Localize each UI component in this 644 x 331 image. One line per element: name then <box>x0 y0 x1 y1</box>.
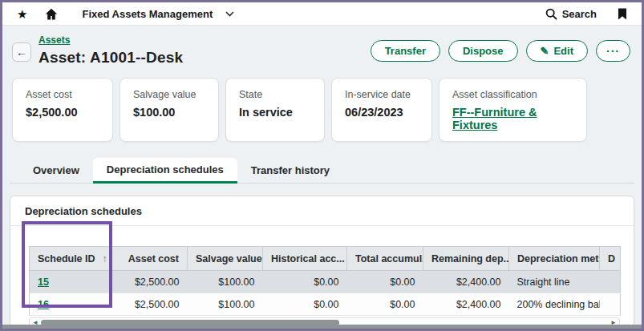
table-row: 16 $2,500.00 $100.00 $0.00 $0.00 $2,400.… <box>30 293 621 316</box>
back-arrow-icon: ← <box>16 46 27 59</box>
search-label: Search <box>562 8 597 20</box>
cell-historical: $0.00 <box>263 271 347 293</box>
card-salvage-value: Salvage value $100.00 <box>119 78 219 142</box>
card-value: In service <box>239 106 311 119</box>
edit-pencil-icon: ✎ <box>541 46 549 56</box>
column-header-historical[interactable]: Historical acc... <box>263 247 347 271</box>
transfer-button-label: Transfer <box>385 45 426 57</box>
summary-cards: Asset cost $2,500.00 Salvage value $100.… <box>12 78 632 142</box>
schedule-id-link[interactable]: 16 <box>38 299 49 310</box>
cell-remaining: $2,400.00 <box>423 293 509 316</box>
cell-remaining: $2,400.00 <box>423 271 509 293</box>
transfer-button[interactable]: Transfer <box>371 40 440 62</box>
edit-button-label: Edit <box>553 45 573 57</box>
topbar-right-group: Search <box>545 8 627 20</box>
page-header-left: ← Assets Asset: A1001--Desk <box>12 32 183 67</box>
card-label: Asset classification <box>452 89 573 100</box>
depreciation-schedules-panel: Depreciation schedules Schedule ID↑ Asse… <box>10 196 634 331</box>
card-value: $2,500.00 <box>26 106 99 119</box>
column-header-remaining[interactable]: Remaining dep... <box>423 247 509 271</box>
detail-tabs: Overview Depreciation schedules Transfer… <box>10 157 634 184</box>
search-icon <box>545 8 557 20</box>
page-bottom-scrollbar[interactable] <box>2 325 642 329</box>
card-label: State <box>239 89 311 100</box>
card-label: Salvage value <box>133 89 205 100</box>
cell-total-accumulated: $0.00 <box>347 271 423 293</box>
column-header-salvage-value[interactable]: Salvage value <box>188 247 263 271</box>
cell-schedule-id: 16 <box>30 293 110 316</box>
schedules-table-wrap: Schedule ID↑ Asset cost Salvage value Hi… <box>29 246 620 316</box>
table-row: 15 $2,500.00 $100.00 $0.00 $0.00 $2,400.… <box>30 271 621 293</box>
card-state: State In service <box>225 78 325 142</box>
card-in-service-date: In-service date 06/23/2023 <box>331 78 432 142</box>
star-glyph: ★ <box>17 8 27 20</box>
cell-total-accumulated: $0.00 <box>347 293 423 316</box>
column-header-asset-cost[interactable]: Asset cost <box>110 247 188 271</box>
card-value: $100.00 <box>133 106 205 119</box>
column-header-truncated[interactable]: D <box>600 247 621 271</box>
cell-depreciation-method: 200% declining balance <box>509 293 600 316</box>
app-window: ★ Fixed Assets Management Search <box>0 0 644 331</box>
ellipsis-icon: ··· <box>606 45 620 58</box>
top-navigation-bar: ★ Fixed Assets Management Search <box>2 2 642 26</box>
more-actions-button[interactable]: ··· <box>596 40 630 62</box>
schedules-table: Schedule ID↑ Asset cost Salvage value Hi… <box>29 246 621 316</box>
page-title: Asset: A1001--Desk <box>38 49 183 67</box>
cell-depreciation-method: Straight line <box>509 271 600 293</box>
cell-asset-cost: $2,500.00 <box>110 271 188 293</box>
card-label: In-service date <box>345 89 419 100</box>
back-button[interactable]: ← <box>12 42 31 62</box>
sort-ascending-icon: ↑ <box>103 253 107 264</box>
card-label: Asset cost <box>26 89 99 100</box>
page-header: ← Assets Asset: A1001--Desk Transfer Dis… <box>12 32 630 67</box>
dispose-button-label: Dispose <box>463 45 504 57</box>
cell-historical: $0.00 <box>263 293 347 316</box>
cell-salvage-value: $100.00 <box>188 293 263 316</box>
cell-truncated <box>600 271 621 293</box>
asset-classification-link[interactable]: FF--Furniture & Fixtures <box>452 106 573 131</box>
app-switcher[interactable]: Fixed Assets Management <box>82 8 234 20</box>
dispose-button[interactable]: Dispose <box>448 40 518 62</box>
title-block: Assets Asset: A1001--Desk <box>38 32 183 67</box>
column-header-total-accumulated[interactable]: Total accumul... <box>347 247 423 271</box>
tab-overview[interactable]: Overview <box>19 157 93 183</box>
cell-schedule-id: 15 <box>30 271 110 293</box>
edit-button[interactable]: ✎ Edit <box>526 40 588 62</box>
tab-transfer-history[interactable]: Transfer history <box>237 157 343 183</box>
card-asset-cost: Asset cost $2,500.00 <box>12 78 113 142</box>
breadcrumb-assets-link[interactable]: Assets <box>38 34 70 46</box>
card-asset-classification: Asset classification FF--Furniture & Fix… <box>439 78 587 142</box>
tab-depreciation-schedules[interactable]: Depreciation schedules <box>93 158 237 184</box>
home-icon[interactable] <box>45 8 58 20</box>
column-header-label: Schedule ID <box>38 253 95 264</box>
cell-asset-cost: $2,500.00 <box>110 293 188 316</box>
cell-truncated <box>600 293 621 316</box>
page-actions: Transfer Dispose ✎ Edit ··· <box>371 40 630 62</box>
favorites-star-icon[interactable]: ★ <box>17 8 27 20</box>
column-header-depreciation-method[interactable]: Depreciation method <box>509 247 600 271</box>
cell-salvage-value: $100.00 <box>188 271 263 293</box>
table-header-row: Schedule ID↑ Asset cost Salvage value Hi… <box>30 247 621 271</box>
bookmark-icon[interactable] <box>618 8 627 20</box>
card-value: 06/23/2023 <box>345 106 419 119</box>
app-name: Fixed Assets Management <box>82 8 213 20</box>
global-search[interactable]: Search <box>545 8 597 20</box>
chevron-down-icon <box>225 11 234 17</box>
panel-title: Depreciation schedules <box>10 196 634 226</box>
schedule-id-link[interactable]: 15 <box>38 277 49 288</box>
column-header-schedule-id[interactable]: Schedule ID↑ <box>30 247 110 271</box>
